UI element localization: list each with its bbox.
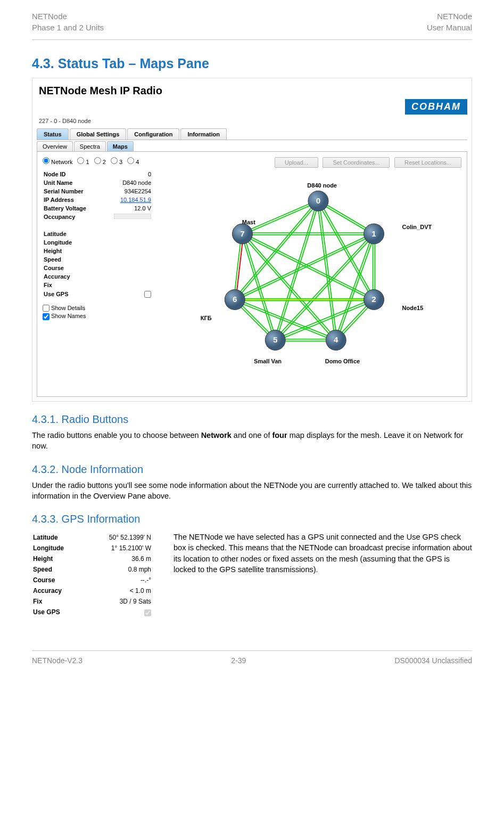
header-right: NETNode User Manual (427, 11, 472, 33)
val-battery: 12.0 V (103, 205, 151, 212)
page-footer: NETNode-V2.3 2-39 DS000034 Unclassified (32, 650, 472, 665)
section-title: 4.3. Status Tab – Maps Pane (32, 56, 472, 71)
mesh-node-label-0: D840 node (307, 182, 337, 189)
upload-button[interactable]: Upload... (275, 157, 318, 168)
sec-431-text: The radio buttons enable you to choose b… (32, 430, 472, 452)
svg-line-4 (317, 201, 335, 340)
lbl-ip: IP Address (44, 196, 102, 203)
set-coordinates-button[interactable]: Set Coordinates... (323, 157, 390, 168)
svg-text:0: 0 (316, 196, 320, 205)
lbl-course: Course (44, 264, 102, 272)
lbl-speed: Speed (44, 256, 102, 263)
svg-text:1: 1 (371, 229, 376, 238)
app-title: NETNode Mesh IP Radio (39, 85, 467, 97)
show-names-checkbox[interactable] (43, 313, 49, 320)
svg-text:7: 7 (240, 229, 244, 238)
svg-line-32 (235, 299, 336, 339)
svg-text:2: 2 (371, 295, 376, 304)
node-info-table: Node ID0 Unit NameD840 node Serial Numbe… (43, 169, 152, 299)
footer-right: DS000034 Unclassified (394, 656, 472, 665)
use-gps-checkbox[interactable] (144, 291, 151, 298)
mesh-node-label-7: Mast (242, 219, 255, 225)
tab-configuration[interactable]: Configuration (127, 128, 179, 140)
radio-3[interactable]: 3 (111, 159, 122, 165)
radio-4[interactable]: 4 (127, 159, 139, 165)
header-left-line2: Phase 1 and 2 Units (32, 22, 104, 33)
sec-432-title: 4.3.2. Node Information (32, 463, 472, 476)
tab-overview[interactable]: Overview (37, 141, 73, 151)
tabs-secondary: Overview Spectra Maps (37, 141, 467, 152)
svg-line-9 (236, 201, 319, 300)
mesh-node-label-4: Domo Office (325, 358, 360, 364)
tab-information[interactable]: Information (180, 128, 227, 140)
footer-mid: 2-39 (231, 656, 246, 665)
sec-431-title: 4.3.1. Radio Buttons (32, 413, 472, 426)
sec-433-title: 4.3.3. GPS Information (32, 513, 472, 525)
breadcrumb: 227 - 0 - D840 node (39, 118, 467, 124)
val-unit-name: D840 node (103, 179, 151, 186)
lbl-use-gps: Use GPS (44, 290, 102, 298)
occupancy-bar (114, 214, 151, 219)
reset-locations-button[interactable]: Reset Locations... (394, 157, 461, 168)
radio-1[interactable]: 1 (77, 159, 89, 165)
show-names-row[interactable]: Show Names (43, 313, 165, 320)
header-right-line1: NETNode (427, 11, 472, 22)
maps-pane: Network 1 2 3 4 Node ID0 Unit NameD840 n… (37, 152, 467, 397)
left-column: Network 1 2 3 4 Node ID0 Unit NameD840 n… (43, 157, 165, 391)
gps-use-gps-checkbox (144, 609, 151, 616)
svg-text:5: 5 (273, 335, 278, 344)
radio-row: Network 1 2 3 4 (43, 157, 165, 165)
val-node-id: 0 (103, 170, 151, 178)
tab-spectra[interactable]: Spectra (74, 141, 106, 151)
header-left-line1: NETNode (32, 11, 104, 22)
tab-global-settings[interactable]: Global Settings (70, 128, 127, 140)
header-left: NETNode Phase 1 and 2 Units (32, 11, 104, 33)
show-details-checkbox[interactable] (43, 305, 49, 312)
radio-network[interactable]: Network (43, 159, 72, 165)
header-right-line2: User Manual (427, 22, 472, 33)
tab-status[interactable]: Status (37, 128, 69, 140)
lbl-latitude: Latitude (44, 230, 102, 238)
lbl-node-id: Node ID (44, 170, 102, 178)
radio-2[interactable]: 2 (94, 159, 106, 165)
tabs-primary: Status Global Settings Configuration Inf… (37, 128, 467, 140)
show-details-row[interactable]: Show Details (43, 305, 165, 312)
mesh-node-label-6: КГБ (201, 315, 212, 321)
cobham-logo: COBHAM (405, 99, 467, 115)
lbl-height: Height (44, 247, 102, 255)
lbl-serial: Serial Number (44, 188, 102, 195)
lbl-longitude: Longitude (44, 239, 102, 246)
mesh-graph: 0124567 D840 nodeColin_DVTNode15Domo Off… (165, 173, 461, 376)
svg-text:6: 6 (233, 295, 237, 304)
lbl-occupancy: Occupancy (44, 213, 102, 221)
sec-432-text: Under the radio buttons you'll see some … (32, 480, 472, 502)
right-column: Upload... Set Coordinates... Reset Locat… (165, 157, 461, 391)
mesh-node-label-1: Colin_DVT (402, 224, 432, 230)
svg-text:4: 4 (334, 335, 338, 344)
svg-line-24 (275, 299, 374, 339)
val-ip[interactable]: 10.184.51.9 (120, 197, 151, 203)
val-serial: 934E2254 (103, 188, 151, 195)
sec-433-text: The NETNode we have selected has a GPS u… (173, 532, 472, 575)
tab-maps[interactable]: Maps (107, 141, 134, 151)
lbl-unit-name: Unit Name (44, 179, 102, 186)
lbl-fix: Fix (44, 281, 102, 289)
page-header: NETNode Phase 1 and 2 Units NETNode User… (32, 11, 472, 40)
mesh-node-label-5: Small Van (254, 358, 282, 364)
app-screenshot: NETNode Mesh IP Radio COBHAM 227 - 0 - D… (32, 78, 472, 402)
lbl-battery: Battery Voltage (44, 205, 102, 212)
lbl-accuracy: Accuracy (44, 273, 102, 280)
gps-info-table: Latitude50° 52.1399' N Longitude1° 15.21… (32, 532, 152, 618)
footer-left: NETNode-V2.3 (32, 656, 82, 665)
mesh-node-label-2: Node15 (402, 305, 424, 311)
radio-network-label: Network (51, 159, 72, 165)
gps-section: Latitude50° 52.1399' N Longitude1° 15.21… (32, 532, 472, 618)
